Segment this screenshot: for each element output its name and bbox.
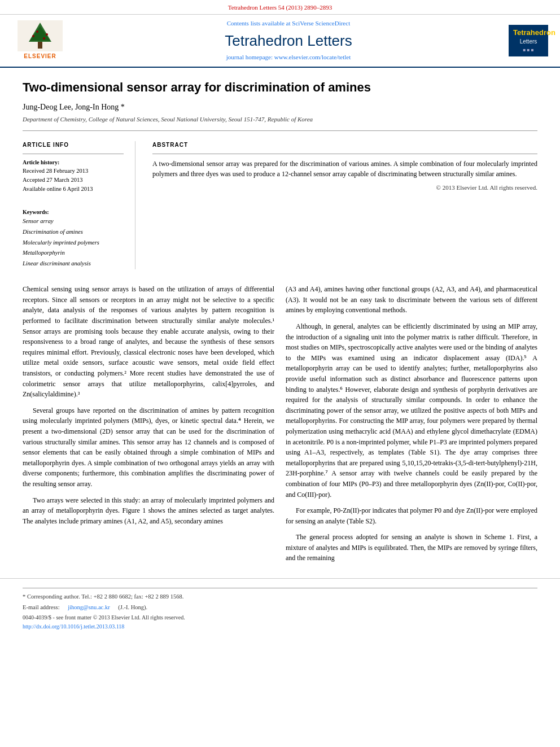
journal-title: Tetrahedron Letters [77, 30, 500, 51]
affiliation: Department of Chemistry, College of Natu… [23, 115, 537, 124]
keyword-item: Discrimination of amines [23, 227, 124, 238]
abstract-text: A two-dimensional sensor array was prepa… [152, 159, 537, 179]
keyword-item: Metalloporphyrin [23, 248, 124, 259]
article-info-box: ARTICLE INFO Article history: Received 2… [23, 141, 135, 269]
email-label: E-mail address: [23, 604, 60, 612]
authors-line: Jung-Deog Lee, Jong-In Hong * [23, 102, 537, 113]
footer-divider [23, 588, 537, 588]
abstract-divider [152, 154, 537, 154]
body-para-right-1: Although, in general, analytes can be ef… [286, 321, 537, 500]
keywords-list: Sensor arrayDiscrimination of aminesMole… [23, 216, 124, 269]
body-para-left-0: Chemical sensing using sensor arrays is … [23, 284, 274, 400]
body-para-left-1: Several groups have reported on the disc… [23, 405, 274, 490]
body-para-right-2: For example, P0-Zn(II)-por indicates tha… [286, 505, 537, 526]
svg-point-4 [32, 35, 34, 37]
body-col-right: (A3 and A4), amines having other functio… [286, 284, 537, 569]
body-para-right-0: (A3 and A4), amines having other functio… [286, 284, 537, 316]
body-para-right-3: The general process adopted for sensing … [286, 532, 537, 563]
body-para-left-2: Two arrays were selected in this study: … [23, 495, 274, 527]
svg-point-6 [36, 30, 38, 33]
article-title: Two-dimensional sensor array for discrim… [23, 79, 537, 97]
svg-point-7 [43, 37, 45, 40]
abstract-label: ABSTRACT [152, 141, 537, 149]
keyword-item: Molecularly imprinted polymers [23, 238, 124, 248]
license-text: 0040-4039/$ - see front matter © 2013 El… [23, 614, 537, 622]
article-info-label: ARTICLE INFO [23, 141, 124, 149]
body-col-left: Chemical sensing using sensor arrays is … [23, 284, 274, 569]
svg-point-5 [46, 33, 48, 36]
doi-link[interactable]: http://dx.doi.org/10.1016/j.tetlet.2013.… [23, 623, 537, 631]
journal-homepage: journal homepage: www.elsevier.com/locat… [77, 53, 500, 62]
sciverse-link: Contents lists available at SciVerse Sci… [77, 19, 500, 28]
footnote-email: E-mail address: jihong@snu.ac.kr (J.-I. … [23, 604, 537, 612]
journal-header: ELSEVIER Contents lists available at Sci… [0, 15, 560, 67]
elsevier-tree-icon [18, 20, 63, 51]
body-section: Chemical sensing using sensor arrays is … [0, 275, 560, 578]
info-divider [23, 154, 124, 154]
elsevier-wordmark: ELSEVIER [24, 53, 56, 60]
copyright-line: © 2013 Elsevier Ltd. All rights reserved… [152, 184, 537, 192]
journal-citation: Tetrahedron Letters 54 (2013) 2890–2893 [0, 0, 560, 15]
journal-header-center: Contents lists available at SciVerse Sci… [77, 19, 500, 62]
accepted-date: Accepted 27 March 2013 [23, 176, 124, 185]
abstract-section: ABSTRACT A two-dimensional sensor array … [152, 141, 537, 269]
email-link[interactable]: jihong@snu.ac.kr [68, 604, 110, 612]
keyword-item: Linear discriminant analysis [23, 259, 124, 269]
th-logo-box: Tetrahedron Letters ■ ■ ■ [509, 25, 548, 56]
svg-rect-1 [38, 42, 42, 49]
footnote-corresponding: * Corresponding author. Tel.: +82 2 880 … [23, 593, 537, 601]
keyword-item: Sensor array [23, 216, 124, 227]
footer-section: * Corresponding author. Tel.: +82 2 880 … [0, 578, 560, 635]
th-logo-subtitle: Letters [513, 38, 544, 45]
th-logo-title: Tetrahedron [513, 28, 544, 38]
email-name: (J.-I. Hong). [118, 604, 147, 612]
elsevier-logo-area: ELSEVIER [9, 20, 71, 60]
received-date: Received 28 February 2013 [23, 167, 124, 176]
article-history-label: Article history: [23, 159, 124, 167]
keywords-label: Keywords: [23, 208, 124, 216]
section-divider [23, 130, 537, 131]
article-info-section: ARTICLE INFO Article history: Received 2… [0, 136, 560, 275]
th-logo-decoration: ■ ■ ■ [513, 47, 544, 53]
available-date: Available online 6 April 2013 [23, 185, 124, 194]
article-title-section: Two-dimensional sensor array for discrim… [0, 68, 560, 132]
th-logo-area: Tetrahedron Letters ■ ■ ■ [506, 25, 551, 56]
